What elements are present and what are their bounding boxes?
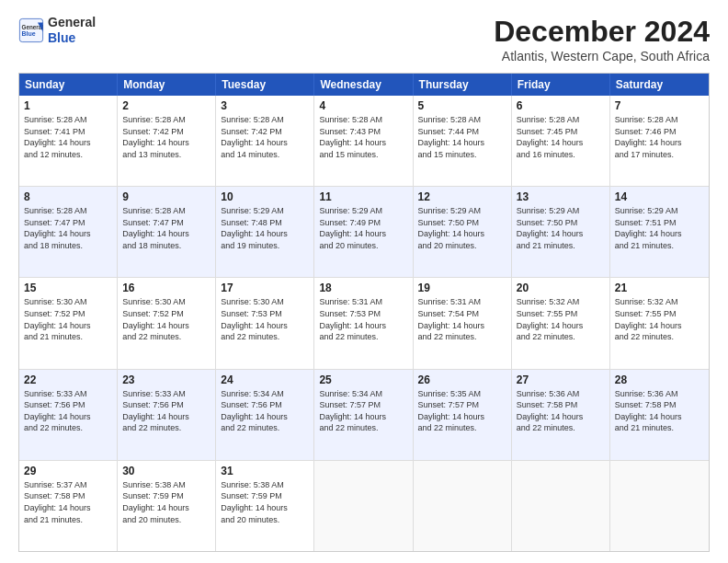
day-info: Sunrise: 5:32 AM Sunset: 7:55 PM Dayligh… bbox=[517, 296, 605, 342]
day-info: Sunrise: 5:29 AM Sunset: 7:49 PM Dayligh… bbox=[319, 205, 407, 251]
calendar-week-5: 29Sunrise: 5:37 AM Sunset: 7:58 PM Dayli… bbox=[19, 461, 709, 551]
empty-cell bbox=[512, 461, 610, 551]
day-number: 12 bbox=[418, 190, 506, 203]
weekday-friday: Friday bbox=[512, 74, 610, 96]
day-cell-18: 18Sunrise: 5:31 AM Sunset: 7:53 PM Dayli… bbox=[314, 278, 413, 368]
day-number: 6 bbox=[517, 99, 605, 112]
calendar-week-4: 22Sunrise: 5:33 AM Sunset: 7:56 PM Dayli… bbox=[19, 370, 709, 461]
day-info: Sunrise: 5:34 AM Sunset: 7:56 PM Dayligh… bbox=[221, 388, 309, 434]
day-info: Sunrise: 5:30 AM Sunset: 7:53 PM Dayligh… bbox=[221, 296, 309, 342]
day-number: 25 bbox=[319, 373, 407, 386]
day-info: Sunrise: 5:30 AM Sunset: 7:52 PM Dayligh… bbox=[122, 296, 210, 342]
day-info: Sunrise: 5:33 AM Sunset: 7:56 PM Dayligh… bbox=[122, 388, 210, 434]
day-cell-10: 10Sunrise: 5:29 AM Sunset: 7:48 PM Dayli… bbox=[216, 187, 314, 277]
day-number: 20 bbox=[517, 282, 605, 294]
day-number: 3 bbox=[221, 99, 309, 112]
day-cell-29: 29Sunrise: 5:37 AM Sunset: 7:58 PM Dayli… bbox=[19, 461, 118, 551]
day-cell-13: 13Sunrise: 5:29 AM Sunset: 7:50 PM Dayli… bbox=[512, 187, 610, 277]
day-cell-1: 1Sunrise: 5:28 AM Sunset: 7:41 PM Daylig… bbox=[19, 96, 118, 186]
weekday-monday: Monday bbox=[118, 74, 216, 96]
day-info: Sunrise: 5:38 AM Sunset: 7:59 PM Dayligh… bbox=[122, 479, 210, 525]
weekday-wednesday: Wednesday bbox=[314, 74, 413, 96]
day-info: Sunrise: 5:29 AM Sunset: 7:51 PM Dayligh… bbox=[615, 205, 704, 251]
day-cell-9: 9Sunrise: 5:28 AM Sunset: 7:47 PM Daylig… bbox=[118, 187, 216, 277]
day-cell-7: 7Sunrise: 5:28 AM Sunset: 7:46 PM Daylig… bbox=[610, 96, 709, 186]
day-number: 24 bbox=[221, 373, 309, 386]
day-info: Sunrise: 5:36 AM Sunset: 7:58 PM Dayligh… bbox=[517, 388, 605, 434]
day-cell-15: 15Sunrise: 5:30 AM Sunset: 7:52 PM Dayli… bbox=[19, 278, 118, 368]
day-cell-11: 11Sunrise: 5:29 AM Sunset: 7:49 PM Dayli… bbox=[314, 187, 413, 277]
day-number: 9 bbox=[122, 190, 210, 203]
logo-blue: Blue bbox=[48, 30, 96, 46]
day-cell-4: 4Sunrise: 5:28 AM Sunset: 7:43 PM Daylig… bbox=[314, 96, 413, 186]
day-info: Sunrise: 5:28 AM Sunset: 7:47 PM Dayligh… bbox=[24, 205, 112, 251]
day-info: Sunrise: 5:38 AM Sunset: 7:59 PM Dayligh… bbox=[221, 479, 309, 525]
day-number: 31 bbox=[221, 465, 309, 477]
empty-cell bbox=[314, 461, 413, 551]
day-number: 26 bbox=[418, 373, 506, 386]
day-number: 19 bbox=[418, 282, 506, 294]
day-info: Sunrise: 5:30 AM Sunset: 7:52 PM Dayligh… bbox=[24, 296, 112, 342]
day-cell-2: 2Sunrise: 5:28 AM Sunset: 7:42 PM Daylig… bbox=[118, 96, 216, 186]
day-info: Sunrise: 5:37 AM Sunset: 7:58 PM Dayligh… bbox=[24, 479, 112, 525]
day-cell-31: 31Sunrise: 5:38 AM Sunset: 7:59 PM Dayli… bbox=[216, 461, 314, 551]
empty-cell bbox=[414, 461, 512, 551]
logo: General Blue General Blue bbox=[18, 15, 96, 46]
day-number: 29 bbox=[24, 465, 112, 477]
day-number: 30 bbox=[122, 465, 210, 477]
day-cell-5: 5Sunrise: 5:28 AM Sunset: 7:44 PM Daylig… bbox=[414, 96, 512, 186]
day-number: 4 bbox=[319, 99, 407, 112]
day-info: Sunrise: 5:28 AM Sunset: 7:46 PM Dayligh… bbox=[615, 114, 704, 160]
day-cell-24: 24Sunrise: 5:34 AM Sunset: 7:56 PM Dayli… bbox=[216, 370, 314, 460]
day-cell-6: 6Sunrise: 5:28 AM Sunset: 7:45 PM Daylig… bbox=[512, 96, 610, 186]
day-info: Sunrise: 5:33 AM Sunset: 7:56 PM Dayligh… bbox=[24, 388, 112, 434]
weekday-thursday: Thursday bbox=[414, 74, 512, 96]
day-cell-16: 16Sunrise: 5:30 AM Sunset: 7:52 PM Dayli… bbox=[118, 278, 216, 368]
day-info: Sunrise: 5:29 AM Sunset: 7:50 PM Dayligh… bbox=[418, 205, 506, 251]
header: General Blue General Blue December 2024 … bbox=[18, 15, 710, 63]
day-number: 13 bbox=[517, 190, 605, 203]
page: General Blue General Blue December 2024 … bbox=[0, 0, 728, 563]
day-cell-23: 23Sunrise: 5:33 AM Sunset: 7:56 PM Dayli… bbox=[118, 370, 216, 460]
day-info: Sunrise: 5:36 AM Sunset: 7:58 PM Dayligh… bbox=[615, 388, 704, 434]
day-number: 1 bbox=[24, 99, 112, 112]
day-number: 10 bbox=[221, 190, 309, 203]
title-block: December 2024 Atlantis, Western Cape, So… bbox=[494, 15, 710, 63]
day-cell-8: 8Sunrise: 5:28 AM Sunset: 7:47 PM Daylig… bbox=[19, 187, 118, 277]
day-number: 21 bbox=[615, 282, 704, 294]
month-title: December 2024 bbox=[494, 15, 710, 49]
day-cell-26: 26Sunrise: 5:35 AM Sunset: 7:57 PM Dayli… bbox=[414, 370, 512, 460]
day-info: Sunrise: 5:29 AM Sunset: 7:50 PM Dayligh… bbox=[517, 205, 605, 251]
day-cell-21: 21Sunrise: 5:32 AM Sunset: 7:55 PM Dayli… bbox=[610, 278, 709, 368]
day-number: 7 bbox=[615, 99, 704, 112]
day-number: 28 bbox=[615, 373, 704, 386]
day-cell-25: 25Sunrise: 5:34 AM Sunset: 7:57 PM Dayli… bbox=[314, 370, 413, 460]
day-cell-12: 12Sunrise: 5:29 AM Sunset: 7:50 PM Dayli… bbox=[414, 187, 512, 277]
day-info: Sunrise: 5:29 AM Sunset: 7:48 PM Dayligh… bbox=[221, 205, 309, 251]
weekday-saturday: Saturday bbox=[610, 74, 709, 96]
day-cell-19: 19Sunrise: 5:31 AM Sunset: 7:54 PM Dayli… bbox=[414, 278, 512, 368]
day-cell-14: 14Sunrise: 5:29 AM Sunset: 7:51 PM Dayli… bbox=[610, 187, 709, 277]
calendar-header: Sunday Monday Tuesday Wednesday Thursday… bbox=[19, 74, 709, 96]
calendar-week-3: 15Sunrise: 5:30 AM Sunset: 7:52 PM Dayli… bbox=[19, 278, 709, 369]
empty-cell bbox=[610, 461, 709, 551]
day-number: 17 bbox=[221, 282, 309, 294]
day-cell-3: 3Sunrise: 5:28 AM Sunset: 7:42 PM Daylig… bbox=[216, 96, 314, 186]
weekday-tuesday: Tuesday bbox=[216, 74, 314, 96]
day-number: 16 bbox=[122, 282, 210, 294]
logo-general: General bbox=[48, 15, 96, 30]
day-info: Sunrise: 5:28 AM Sunset: 7:45 PM Dayligh… bbox=[517, 114, 605, 160]
day-info: Sunrise: 5:32 AM Sunset: 7:55 PM Dayligh… bbox=[615, 296, 704, 342]
day-info: Sunrise: 5:31 AM Sunset: 7:54 PM Dayligh… bbox=[418, 296, 506, 342]
day-info: Sunrise: 5:28 AM Sunset: 7:47 PM Dayligh… bbox=[122, 205, 210, 251]
day-info: Sunrise: 5:28 AM Sunset: 7:44 PM Dayligh… bbox=[418, 114, 506, 160]
day-number: 15 bbox=[24, 282, 112, 294]
day-info: Sunrise: 5:34 AM Sunset: 7:57 PM Dayligh… bbox=[319, 388, 407, 434]
svg-text:Blue: Blue bbox=[22, 30, 36, 37]
day-cell-22: 22Sunrise: 5:33 AM Sunset: 7:56 PM Dayli… bbox=[19, 370, 118, 460]
day-info: Sunrise: 5:28 AM Sunset: 7:42 PM Dayligh… bbox=[122, 114, 210, 160]
location-title: Atlantis, Western Cape, South Africa bbox=[494, 49, 710, 63]
day-info: Sunrise: 5:28 AM Sunset: 7:42 PM Dayligh… bbox=[221, 114, 309, 160]
weekday-sunday: Sunday bbox=[19, 74, 118, 96]
day-number: 27 bbox=[517, 373, 605, 386]
